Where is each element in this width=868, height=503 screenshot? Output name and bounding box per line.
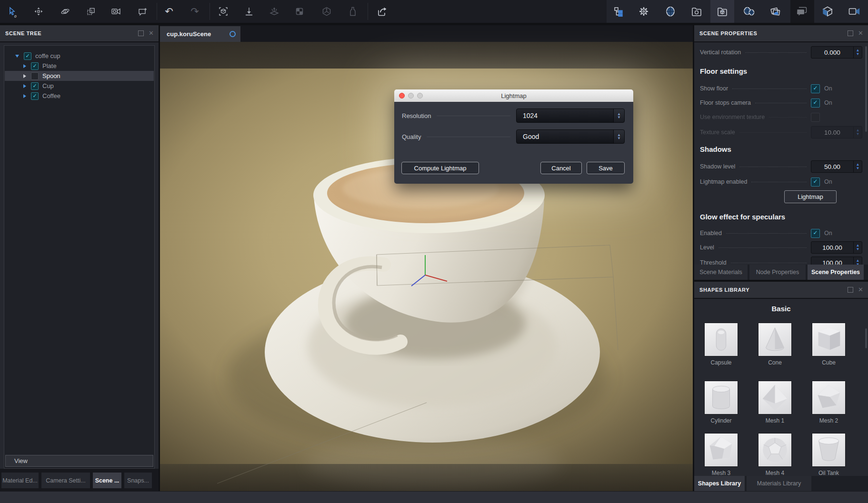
shape-capsule[interactable]: Capsule [704,323,738,366]
shape-cylinder[interactable]: Cylinder [704,381,738,424]
duplicate-button[interactable] [80,1,101,22]
close-panel-icon[interactable]: ✕ [149,31,154,36]
redo-button[interactable]: ↷ [184,1,205,22]
material-swatch-button[interactable] [289,1,310,22]
quality-select[interactable]: Good ▲▼ [516,129,625,144]
materials-library-panel-button[interactable] [686,1,707,22]
shadow-level-input[interactable]: 50.00 ▲▼ [811,160,862,173]
stepper-arrows-icon[interactable]: ▲▼ [613,109,624,122]
viewport-tab-cup-koruscene[interactable]: cup.koruScene [160,26,240,42]
close-panel-icon[interactable]: ✕ [858,31,863,36]
add-annotation-button[interactable] [132,1,153,22]
tab-node-properties[interactable]: Node Properties [749,265,806,280]
drop-to-floor-button[interactable] [239,1,259,22]
stepper-arrows-icon[interactable]: ▲▼ [853,161,862,172]
tab-materials-library[interactable]: Materials Library [747,476,811,491]
tab-material-editor[interactable]: Material Ed... [1,473,39,488]
object-axes-button[interactable] [316,1,337,22]
select-tool-button[interactable]: 0 [2,1,23,22]
environment-panel-button[interactable] [738,1,759,22]
bottle-shape-button[interactable] [342,1,363,22]
tab-shapes-library[interactable]: Shapes Library [694,476,745,491]
stepper-arrows-icon[interactable]: ▲▼ [613,130,624,143]
rotated-cube-thumbnail [812,381,846,414]
dialog-titlebar[interactable]: Lightmap [394,89,633,102]
scene-tree-panel-button[interactable] [608,1,629,22]
viewport-tabbar: cup.koruScene [160,25,693,42]
maximize-panel-icon[interactable] [848,287,853,293]
shape-mesh-4[interactable]: Mesh 4 [758,433,792,476]
compute-lightmap-button[interactable]: Compute Lightmap [401,162,479,174]
maximize-panel-icon[interactable] [138,30,144,36]
tab-camera-settings[interactable]: Camera Setti... [41,473,90,488]
shape-oil-tank[interactable]: Oil Tank [812,433,846,476]
lightmap-enabled-checkbox[interactable]: ✓ [811,178,820,187]
scrollbar[interactable] [865,328,867,348]
tab-snapshots[interactable]: Snaps... [124,473,152,488]
visibility-checkbox[interactable]: ✓ [31,82,39,90]
export-share-button[interactable] [371,1,392,22]
view-button[interactable]: View [5,455,153,467]
comments-panel-button[interactable] [791,1,812,22]
lightmap-button[interactable]: Lightmap [784,190,837,203]
stepper-arrows-icon[interactable]: ▲▼ [853,242,862,253]
expand-arrow-icon[interactable] [23,84,26,88]
zoom-window-icon[interactable] [417,93,423,99]
tree-row-coffe-cup[interactable]: ✓ coffe cup [5,51,154,61]
visibility-checkbox[interactable]: ✓ [31,92,39,100]
tree-item-label: Cup [42,82,54,89]
render-camera-button[interactable] [106,1,127,22]
shape-cone[interactable]: Cone [758,323,792,366]
visibility-checkbox[interactable]: ✓ [31,62,39,70]
maximize-panel-icon[interactable] [848,30,853,36]
expand-arrow-icon[interactable] [23,74,26,78]
save-button[interactable]: Save [587,162,625,174]
vertical-rotation-input[interactable]: 0.000 ▲▼ [811,46,862,59]
visibility-checkbox[interactable]: ✓ [31,72,39,80]
shape-mesh-1[interactable]: Mesh 1 [758,381,792,424]
scrollbar[interactable] [865,46,867,132]
show-floor-checkbox[interactable]: ✓ [811,84,820,93]
panel-seam [694,280,868,282]
texture-scale-input[interactable]: 10.00 ▲▼ [811,126,862,138]
stepper-arrows-icon[interactable]: ▲▼ [853,47,862,58]
shape-mesh-2[interactable]: Mesh 2 [812,381,846,424]
minimize-window-icon[interactable] [408,93,414,99]
resolution-select[interactable]: 1024 ▲▼ [516,108,625,123]
stepper-arrows-icon[interactable]: ▲▼ [853,127,862,138]
tree-row-plate[interactable]: ✓ Plate [5,61,154,71]
frame-object-button[interactable] [213,1,234,22]
cancel-button[interactable]: Cancel [540,162,582,174]
camera-panel-button[interactable] [844,1,865,22]
close-window-icon[interactable] [399,93,405,99]
use-environment-texture-checkbox[interactable] [811,113,820,122]
undo-button[interactable]: ↶ [159,1,180,22]
tree-row-coffee[interactable]: ✓ Coffee [5,91,154,101]
tab-modified-icon[interactable] [229,31,236,37]
pan-tool-button[interactable] [28,1,49,22]
geometry-panel-button[interactable] [817,1,838,22]
expand-arrow-icon[interactable] [23,94,26,98]
glow-level-input[interactable]: 100.00 ▲▼ [811,241,862,254]
tab-scene-properties[interactable]: Scene Properties [808,265,864,280]
shadow-level-row: Shadow level 50.00 ▲▼ [700,160,862,173]
orbit-tool-button[interactable] [55,1,76,22]
glow-enabled-checkbox[interactable]: ✓ [811,229,820,238]
material-preview-button[interactable] [660,1,681,22]
shape-cube[interactable]: Cube [812,323,846,366]
tab-scene[interactable]: Scene ... [93,473,121,488]
floor-stops-camera-checkbox[interactable]: ✓ [811,99,820,108]
shapes-library-panel-button[interactable] [712,1,733,22]
shape-mesh-3[interactable]: Mesh 3 [704,433,738,476]
collapse-arrow-icon[interactable] [15,55,19,58]
expand-arrow-icon[interactable] [23,64,26,68]
snapshots-panel-button[interactable] [765,1,786,22]
tree-row-cup[interactable]: ✓ Cup [5,81,154,91]
settings-panel-button[interactable] [633,1,654,22]
visibility-checkbox[interactable]: ✓ [24,52,31,60]
tree-row-spoon[interactable]: ✓ Spoon [5,71,154,81]
snap-to-floor-button[interactable] [264,1,285,22]
resolution-label: Resolution [402,112,431,119]
tab-scene-materials[interactable]: Scene Materials [694,265,748,280]
close-panel-icon[interactable]: ✕ [858,287,863,292]
